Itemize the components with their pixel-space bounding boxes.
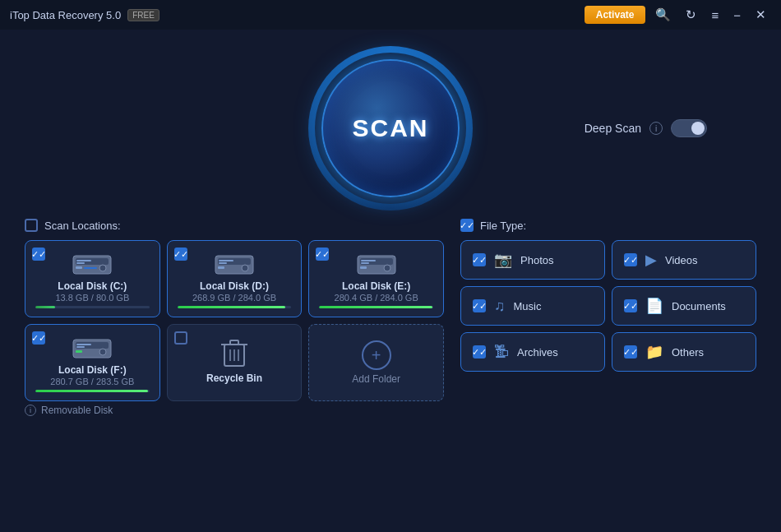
photos-checkbox: ✓: [473, 253, 486, 266]
titlebar: iTop Data Recovery 5.0 FREE Activate 🔍 ↻…: [0, 0, 781, 30]
recycle-bin-check: [174, 331, 187, 345]
music-icon: ♫: [494, 298, 506, 315]
filetype-videos[interactable]: ✓ ▶ Videos: [612, 240, 756, 280]
music-checkbox: ✓: [473, 299, 486, 312]
filetype-music[interactable]: ✓ ♫ Music: [460, 286, 605, 326]
menu-button[interactable]: ≡: [706, 7, 723, 24]
svg-rect-24: [76, 350, 82, 353]
svg-rect-12: [218, 266, 224, 269]
disk-e-icon: [319, 252, 433, 277]
videos-icon: ▶: [645, 251, 657, 269]
disk-e-name: Local Disk (E:): [319, 280, 433, 292]
svg-rect-22: [76, 344, 91, 345]
scan-locations-label: Scan Locations:: [44, 220, 121, 232]
others-checkbox: ✓: [624, 345, 637, 359]
documents-icon: 📄: [645, 297, 663, 315]
disk-d-name: Local Disk (D:): [178, 280, 292, 292]
svg-rect-5: [76, 266, 82, 269]
archives-checkbox: ✓: [473, 345, 486, 359]
bottom-section: Scan Locations: ✓: [25, 219, 756, 532]
svg-rect-4: [76, 262, 85, 264]
svg-rect-17: [361, 262, 369, 264]
documents-label: Documents: [672, 300, 726, 312]
file-types-checkbox[interactable]: ✓: [460, 219, 474, 232]
disk-e-bar: [319, 306, 432, 308]
removable-disk-label: Removable Disk: [41, 405, 113, 416]
disk-c-checkbox[interactable]: ✓: [32, 247, 45, 261]
refresh-button[interactable]: ↻: [681, 6, 701, 24]
disk-e-size: 280.4 GB / 284.0 GB: [319, 293, 433, 303]
scan-area: SCAN Deep Scan i: [25, 30, 756, 219]
disk-grid-row1: ✓ Local Disk: [25, 240, 444, 317]
disk-c-name: Local Disk (C:): [35, 280, 150, 292]
svg-rect-11: [219, 262, 227, 264]
recycle-bin-icon: [178, 336, 292, 369]
disk-d-size: 268.9 GB / 284.0 GB: [178, 293, 292, 303]
disk-f-bar: [35, 390, 148, 392]
add-folder-card[interactable]: + Add Folder: [308, 324, 444, 401]
recycle-bin-card[interactable]: Recycle Bin: [167, 324, 303, 401]
scan-button[interactable]: SCAN: [321, 59, 460, 197]
recycle-bin-label: Recycle Bin: [178, 372, 292, 384]
disk-f-checkbox[interactable]: ✓: [32, 331, 45, 345]
disk-e-checkbox[interactable]: ✓: [316, 247, 329, 261]
svg-rect-23: [76, 346, 85, 348]
scan-locations-checkbox[interactable]: [25, 219, 38, 232]
scan-locations-header: Scan Locations:: [25, 219, 444, 232]
videos-label: Videos: [665, 254, 698, 266]
file-types-header: ✓ File Type:: [460, 219, 756, 232]
deep-scan-label: Deep Scan: [585, 122, 641, 135]
archives-label: Archives: [517, 346, 558, 359]
filetype-archives[interactable]: ✓ 🗜 Archives: [460, 332, 605, 372]
search-button[interactable]: 🔍: [650, 6, 676, 24]
photos-label: Photos: [520, 254, 553, 266]
activate-button[interactable]: Activate: [585, 6, 646, 24]
disk-f-name: Local Disk (F:): [35, 364, 150, 376]
documents-checkbox: ✓: [624, 299, 637, 312]
scan-label: SCAN: [352, 114, 428, 142]
disk-d-icon: [178, 252, 292, 277]
svg-point-9: [242, 265, 248, 271]
disk-card-d[interactable]: ✓ Local Disk (D:): [167, 240, 303, 317]
hdd-icon-d: [214, 252, 255, 277]
add-folder-label: Add Folder: [352, 373, 400, 385]
svg-rect-16: [361, 260, 376, 261]
svg-point-21: [99, 349, 106, 355]
filetype-others[interactable]: ✓ 📁 Others: [612, 332, 756, 372]
disk-c-check: ✓: [32, 247, 45, 261]
svg-rect-6: [84, 267, 97, 269]
deep-scan-info-icon[interactable]: i: [649, 122, 663, 135]
disk-f-progress: [35, 390, 150, 392]
disk-c-bar: [35, 306, 55, 308]
disk-c-size: 13.8 GB / 80.0 GB: [35, 293, 150, 303]
svg-point-15: [384, 265, 390, 271]
scan-button-wrapper: SCAN: [308, 46, 473, 210]
deep-scan-toggle[interactable]: [671, 119, 707, 137]
hdd-icon-c: [72, 252, 113, 277]
close-button[interactable]: ✕: [751, 6, 771, 24]
disk-f-size: 280.7 GB / 283.5 GB: [35, 377, 150, 386]
music-label: Music: [514, 300, 542, 312]
filetype-grid: ✓ 📷 Photos ✓ ▶ Videos ✓ ♫ Music: [460, 240, 756, 372]
disk-f-check: ✓: [32, 331, 45, 345]
filetype-documents[interactable]: ✓ 📄 Documents: [612, 286, 756, 326]
app-title: iTop Data Recovery 5.0: [10, 9, 121, 21]
recycle-bin-checkbox-wrap[interactable]: [174, 331, 187, 345]
svg-rect-3: [76, 260, 91, 261]
disk-card-f[interactable]: ✓ Local Disk (F:): [25, 324, 160, 401]
disk-card-c[interactable]: ✓ Local Disk: [25, 240, 160, 317]
disk-d-bar: [178, 306, 286, 308]
photos-icon: 📷: [494, 251, 512, 269]
deep-scan-area: Deep Scan i: [585, 119, 707, 137]
disk-c-icon: [35, 252, 150, 277]
disk-c-progress: [35, 306, 150, 308]
minimize-button[interactable]: −: [728, 7, 746, 24]
disk-d-checkbox[interactable]: ✓: [174, 247, 187, 261]
disk-card-e[interactable]: ✓ Local Disk (E:): [308, 240, 444, 317]
svg-point-2: [99, 265, 106, 271]
disk-grid-row2: ✓ Local Disk (F:): [25, 324, 444, 401]
archives-icon: 🗜: [494, 344, 509, 361]
titlebar-left: iTop Data Recovery 5.0 FREE: [10, 9, 159, 21]
disk-e-progress: [319, 306, 433, 308]
filetype-photos[interactable]: ✓ 📷 Photos: [460, 240, 605, 280]
